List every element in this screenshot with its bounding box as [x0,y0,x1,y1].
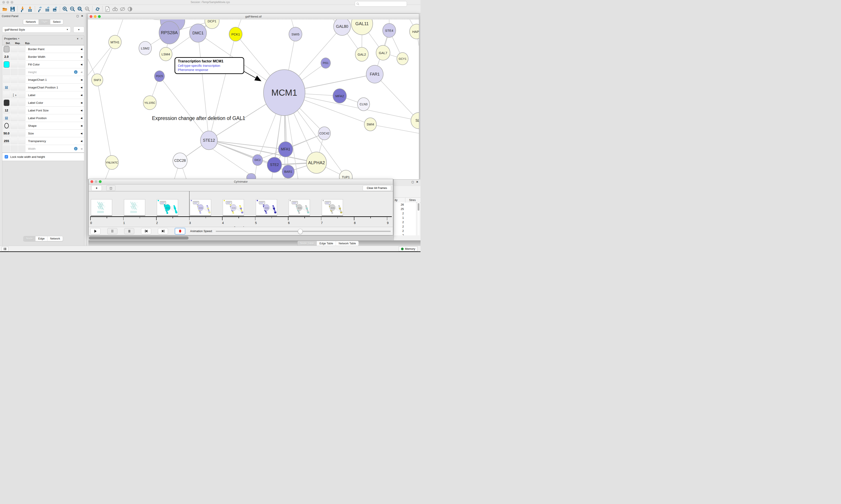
mapping-cell[interactable] [11,46,18,52]
table-column-headers[interactable]: ity Stres [394,197,420,203]
network-node-pdc5[interactable]: PDC5 [154,71,165,82]
table-cell-value[interactable]: 26 [394,202,416,207]
checkbox-checked-icon[interactable]: ✓ [5,155,8,159]
table-cell-value[interactable]: 2 [394,220,416,224]
add-frame-button[interactable]: + [91,185,102,191]
save-session-button[interactable] [9,6,16,12]
network-node-ste2[interactable]: STE2 [267,157,282,173]
open-session-button[interactable] [1,6,9,12]
minimize-icon[interactable] [94,15,96,18]
mapping-cell[interactable] [11,76,18,83]
network-node-swi5[interactable]: SWI5 [289,27,302,41]
expand-row-arrow[interactable]: ◀ [80,48,82,51]
zoom-selected-button[interactable] [84,6,91,12]
table-cell-value[interactable]: 2 [394,211,416,216]
bypass-cell[interactable] [18,122,25,129]
tab-edge[interactable]: Edge [35,236,47,241]
bypass-cell[interactable] [18,46,25,52]
minimize-icon[interactable] [95,180,97,183]
lock-size-row[interactable]: ✓ Lock node width and height [2,153,84,161]
bypass-cell[interactable] [18,145,25,152]
zoom-out-button[interactable] [69,6,76,12]
property-row-image-chart-position-1[interactable]: Image/Chart Position 1◀ [2,84,84,91]
stop-button[interactable] [124,228,134,234]
expand-row-arrow[interactable]: ◀ [80,124,82,127]
bypass-cell[interactable] [18,84,25,91]
default-value-cell[interactable]: 50.0 [3,130,10,137]
network-node-dmc1[interactable]: DMC1 [189,24,207,42]
property-row-fill-color[interactable]: Fill Color◀ [2,61,84,68]
cyanimator-titlebar[interactable]: CyAnimator [89,179,393,184]
mapping-cell[interactable] [11,115,18,121]
float-panel-icon[interactable]: ▢ [412,181,414,183]
expand-row-arrow[interactable]: ◀ [80,86,82,89]
go-to-end-button[interactable] [158,228,168,234]
export-table-button[interactable] [44,6,51,12]
bypass-cell[interactable] [18,53,25,60]
bypass-cell[interactable] [18,69,25,75]
expand-row-arrow[interactable]: ◀ [80,101,82,104]
expand-all-icon[interactable]: » [76,38,79,39]
column-header-centrality[interactable]: ity [395,198,397,202]
expand-row-arrow[interactable]: ◀ [80,140,82,143]
network-node-cdc28[interactable]: CDC28 [173,152,187,169]
network-node-bar1[interactable]: BAR1 [282,165,294,178]
mapping-cell[interactable] [11,122,18,129]
property-row-border-width[interactable]: 2.0Border Width◀ [2,53,84,61]
property-row-border-paint[interactable]: Border Paint◀ [2,45,84,53]
play-button[interactable] [90,228,101,234]
zoom-fit-button[interactable] [76,6,84,12]
default-value-cell[interactable] [3,69,10,75]
table-cell-value[interactable]: 2 [394,224,416,229]
frame-thumbnail-7[interactable]: MCM1 [289,199,310,215]
tab-network-table[interactable]: Network Table [336,241,359,246]
tab-network[interactable]: Network [23,19,38,24]
annotation-link[interactable]: Pheromone response [178,68,241,72]
property-row-label[interactable]: ⋮›Label◀ [2,91,84,99]
network-node-gcy1[interactable]: GCY1 [397,52,409,65]
expand-row-arrow[interactable]: ◀ [80,63,82,66]
info-icon[interactable]: i [74,147,77,150]
bypass-cell[interactable] [18,115,25,121]
expand-row-arrow[interactable]: ◀ [80,117,82,120]
network-node-cln3[interactable]: CLN3 [357,97,370,111]
delete-frame-button[interactable] [106,185,115,191]
network-node-lsm2[interactable]: LSM2 [139,41,152,55]
style-options-button[interactable]: ▼ [73,26,84,33]
expand-row-arrow[interactable]: ◀ [80,147,82,150]
property-row-width[interactable]: Widthi◀ [2,145,84,152]
bypass-cell[interactable] [18,61,25,68]
cyanimator-timeline[interactable]: MCM1MCM1MCM1MCM1MCM1MCM1 Seconds 0123456… [89,191,393,223]
tab-network[interactable]: Network [47,236,63,241]
network-node-mcm1[interactable]: MCM1 [263,69,305,116]
network-node-mth1[interactable]: MTH1 [108,35,122,49]
bypass-cell[interactable] [18,100,25,106]
tab-edge-table[interactable]: Edge Table [317,241,336,246]
maximize-icon[interactable] [99,180,102,183]
network-node-lsm4[interactable]: LSM4 [159,47,172,61]
frame-thumbnail-5[interactable]: MCM1 [223,199,244,215]
annotation-box[interactable]: Transcription factor MCM1 Cell-type-spec… [175,57,244,74]
properties-menu-caret[interactable]: ▾ [18,37,19,40]
table-scrollbar[interactable] [417,202,419,235]
frame-thumbnail-1[interactable] [91,199,112,215]
property-row-image-chart-1[interactable]: Image/Chart 1◀ [2,76,84,84]
bypass-cell[interactable] [18,76,25,83]
network-node-gal2[interactable]: GAL2 [355,47,369,61]
slider-track[interactable] [216,231,391,232]
default-value-cell[interactable]: 255 [3,138,10,144]
mapping-cell[interactable] [11,130,18,137]
property-row-label-position[interactable]: Label Position◀ [2,114,84,122]
mapping-cell[interactable] [11,84,18,91]
frame-thumbnail-2[interactable] [124,199,145,215]
tab-select[interactable]: Select [50,19,63,24]
show-all-button[interactable] [126,6,133,12]
frame-thumbnail-8[interactable]: MCM1 [322,199,343,215]
expand-row-arrow[interactable]: ◀ [80,55,82,58]
column-header-stress[interactable]: Stres [409,198,416,202]
network-node-gic2[interactable]: GIC2 [252,154,263,166]
expand-row-arrow[interactable]: ◀ [80,132,82,135]
network-node-pck1[interactable]: PCK1 [229,27,243,41]
expand-row-arrow[interactable]: ◀ [80,71,82,74]
network-node-far1[interactable]: FAR1 [366,65,383,84]
